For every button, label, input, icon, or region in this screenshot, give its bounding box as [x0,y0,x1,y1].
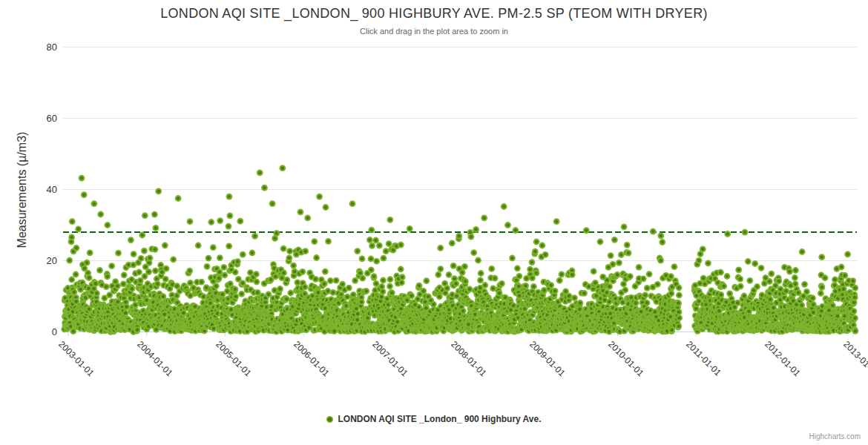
data-point[interactable] [453,280,459,287]
data-point[interactable] [134,326,141,333]
data-point[interactable] [304,215,311,222]
data-point[interactable] [775,278,782,285]
data-point[interactable] [280,245,287,252]
data-point[interactable] [700,246,706,253]
data-point[interactable] [389,289,395,296]
data-point[interactable] [240,251,246,258]
data-point[interactable] [322,268,329,275]
data-point[interactable] [71,289,78,295]
data-point[interactable] [735,267,742,274]
data-point[interactable] [175,195,182,202]
data-point[interactable] [720,283,727,289]
data-point[interactable] [387,276,394,283]
data-point[interactable] [280,270,287,277]
data-point[interactable] [145,268,152,275]
data-point[interactable] [752,260,758,267]
data-point[interactable] [767,296,774,303]
data-point[interactable] [657,257,664,264]
data-point[interactable] [737,276,743,283]
data-point[interactable] [138,255,145,262]
data-point[interactable] [287,290,294,297]
data-point[interactable] [131,251,137,257]
data-point[interactable] [477,277,484,283]
data-point[interactable] [103,283,110,290]
data-point[interactable] [238,291,245,297]
data-point[interactable] [509,255,516,262]
data-point[interactable] [186,268,193,274]
data-point[interactable] [822,274,829,281]
data-point[interactable] [277,286,283,292]
data-point[interactable] [187,218,194,225]
data-point[interactable] [492,275,499,282]
data-point[interactable] [548,282,554,289]
data-point[interactable] [437,245,444,251]
data-point[interactable] [522,283,529,289]
data-point[interactable] [232,269,239,276]
data-point[interactable] [611,237,618,243]
data-point[interactable] [359,255,366,262]
data-point[interactable] [444,285,450,291]
data-point[interactable] [261,185,268,191]
data-point[interactable] [818,290,824,297]
data-point[interactable] [737,283,744,290]
data-point[interactable] [226,243,232,249]
data-point[interactable] [851,308,858,314]
data-point[interactable] [792,267,799,274]
data-point[interactable] [75,225,82,232]
data-point[interactable] [380,277,387,284]
data-point[interactable] [838,264,845,271]
data-point[interactable] [622,287,628,294]
data-point[interactable] [852,285,858,291]
data-point[interactable] [636,264,642,271]
data-point[interactable] [226,194,233,200]
data-point[interactable] [121,272,128,279]
data-point[interactable] [114,283,121,289]
data-point[interactable] [516,273,523,280]
data-point[interactable] [758,265,765,271]
data-point[interactable] [387,217,393,223]
data-point[interactable] [569,271,576,278]
data-point[interactable] [368,227,375,234]
data-point[interactable] [217,254,223,261]
data-point[interactable] [376,243,383,249]
data-point[interactable] [625,250,632,257]
data-point[interactable] [676,309,683,315]
data-point[interactable] [676,292,683,299]
data-point[interactable] [68,234,75,241]
data-point[interactable] [253,271,260,277]
data-point[interactable] [69,218,76,225]
data-point[interactable] [754,283,760,290]
data-point[interactable] [68,277,75,283]
data-point[interactable] [786,268,793,275]
data-point[interactable] [473,226,479,233]
data-point[interactable] [363,288,369,294]
data-point[interactable] [217,217,223,224]
data-point[interactable] [504,222,511,228]
data-point[interactable] [799,248,806,255]
data-point[interactable] [128,237,134,243]
data-point[interactable] [368,267,375,274]
data-point[interactable] [302,284,309,291]
data-point[interactable] [583,227,590,234]
data-point[interactable] [529,259,536,266]
data-point[interactable] [383,248,389,254]
data-point[interactable] [66,257,73,264]
data-point[interactable] [437,266,444,272]
data-point[interactable] [373,258,380,265]
data-point[interactable] [852,328,859,334]
data-point[interactable] [456,233,462,240]
data-point[interactable] [327,277,334,284]
data-point[interactable] [84,260,91,266]
data-point[interactable] [624,242,631,248]
data-point[interactable] [279,165,286,171]
data-point[interactable] [450,263,457,269]
data-point[interactable] [552,288,559,294]
data-point[interactable] [195,243,202,249]
data-point[interactable] [139,232,145,239]
data-point[interactable] [232,293,239,300]
data-point[interactable] [81,191,88,198]
data-point[interactable] [399,274,406,280]
data-point[interactable] [642,292,648,299]
data-point[interactable] [313,254,320,261]
data-point[interactable] [468,234,475,240]
